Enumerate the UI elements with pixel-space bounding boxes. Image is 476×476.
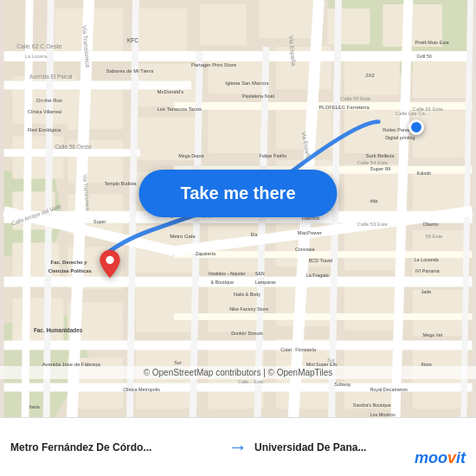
svg-rect-46 xyxy=(413,111,468,158)
svg-text:Sur: Sur xyxy=(327,357,335,363)
svg-text:Ciencias Políticas: Ciencias Políticas xyxy=(48,268,93,273)
svg-rect-8 xyxy=(327,9,370,44)
svg-text:Zapatería: Zapatería xyxy=(196,251,215,256)
svg-text:Pirelli Moto Este: Pirelli Moto Este xyxy=(415,40,449,45)
svg-text:Fac. Humanidades: Fac. Humanidades xyxy=(34,327,83,333)
svg-text:Calle 54 Este: Calle 54 Este xyxy=(357,160,389,165)
svg-text:Royal Decameron: Royal Decameron xyxy=(370,387,407,392)
svg-text:La Locería: La Locería xyxy=(25,54,48,59)
svg-text:Conviasa: Conviasa xyxy=(295,247,315,252)
svg-text:Metro Gala: Metro Gala xyxy=(170,234,196,239)
moovit-logo: moovit xyxy=(415,449,466,467)
svg-text:itaria: itaria xyxy=(29,404,40,409)
origin-marker xyxy=(98,249,122,282)
svg-rect-5 xyxy=(136,9,187,55)
svg-text:Sur: Sur xyxy=(174,360,182,365)
svg-text:On the Run: On the Run xyxy=(36,98,62,103)
svg-rect-28 xyxy=(209,106,264,153)
svg-text:Calle... Este: Calle... Este xyxy=(238,379,263,384)
svg-rect-45 xyxy=(413,55,468,98)
svg-text:Clínica Villarreal: Clínica Villarreal xyxy=(28,109,61,114)
svg-rect-7 xyxy=(260,0,315,38)
svg-text:Kalosh: Kalosh xyxy=(417,170,432,176)
app-container: Calle 62 C Oeste Avenida El Paical Via A… xyxy=(0,0,476,476)
svg-text:Nike Factory Store: Nike Factory Store xyxy=(229,306,268,312)
svg-text:Calle 53 Este: Calle 53 Este xyxy=(357,222,389,227)
svg-text:Super: Super xyxy=(93,219,106,224)
svg-text:Subway: Subway xyxy=(334,382,351,387)
svg-text:Nails & Body: Nails & Body xyxy=(234,292,261,297)
svg-text:Mega Vet: Mega Vet xyxy=(422,332,442,338)
svg-text:Cotel · Floristerla: Cotel · Floristerla xyxy=(280,347,316,352)
svg-text:Calle 62 C Oeste: Calle 62 C Oeste xyxy=(16,43,62,49)
destination-marker xyxy=(408,119,424,135)
svg-rect-61 xyxy=(174,313,472,320)
svg-rect-11 xyxy=(12,136,63,178)
svg-text:Obarrio: Obarrio xyxy=(422,222,438,227)
svg-line-65 xyxy=(25,0,29,417)
route-from-name: Metro Fernández De Córdo... xyxy=(10,441,183,453)
svg-text:Clinica Metropolis: Clinica Metropolis xyxy=(123,387,160,392)
svg-text:BCD Travel: BCD Travel xyxy=(309,258,333,263)
svg-rect-25 xyxy=(136,286,196,332)
svg-text:Digital printing: Digital printing xyxy=(385,135,415,140)
svg-text:Partager Print Store: Partager Print Store xyxy=(191,62,237,68)
svg-text:Vestidos - Alquiler: Vestidos - Alquiler xyxy=(209,271,246,276)
svg-text:Los Tarascos Tacos: Los Tarascos Tacos xyxy=(158,106,203,112)
svg-text:Calle Las Ca...: Calle Las Ca... xyxy=(396,111,429,116)
svg-text:Iglesia San Marcos: Iglesia San Marcos xyxy=(225,80,268,86)
svg-text:Calle 55 Este: Calle 55 Este xyxy=(340,96,371,101)
svg-text:Grill 50: Grill 50 xyxy=(417,54,432,59)
svg-text:McDonald's: McDonald's xyxy=(158,89,184,94)
svg-text:La Fragata: La Fragata xyxy=(306,273,329,278)
svg-text:Felipe Patiño: Felipe Patiño xyxy=(260,153,287,158)
svg-point-151 xyxy=(106,256,113,264)
svg-text:Surti Belleza: Surti Belleza xyxy=(366,153,396,158)
svg-text:ZAZ: ZAZ xyxy=(366,73,376,78)
map-area: Calle 62 C Oeste Avenida El Paical Via A… xyxy=(0,0,476,417)
svg-text:ddp: ddp xyxy=(370,198,377,203)
svg-text:Dunkin' Donuts: Dunkin' Donuts xyxy=(231,331,263,336)
svg-text:& Boutique: & Boutique xyxy=(211,280,234,285)
svg-text:Mega Depot: Mega Depot xyxy=(178,153,204,158)
svg-rect-43 xyxy=(344,284,400,331)
svg-text:Calle 58 Oeste: Calle 58 Oeste xyxy=(55,144,93,150)
svg-text:La Locanda: La Locanda xyxy=(415,257,439,262)
route-to-name: Universidad De Pana... xyxy=(254,441,428,453)
route-from: Metro Fernández De Córdo... xyxy=(10,441,222,453)
svg-text:IVI Panamá: IVI Panamá xyxy=(415,268,440,273)
svg-text:S&N: S&N xyxy=(255,271,265,276)
svg-text:Super 99: Super 99 xyxy=(370,166,390,171)
svg-text:Red Ecológica: Red Ecológica xyxy=(28,127,61,132)
take-me-there-button[interactable]: Take me there xyxy=(138,170,337,217)
svg-rect-14 xyxy=(12,298,63,344)
svg-text:Templo Budista: Templo Budista xyxy=(105,181,137,186)
svg-rect-6 xyxy=(200,4,247,45)
svg-rect-15 xyxy=(68,85,123,129)
svg-text:59 Este: 59 Este xyxy=(425,234,443,239)
svg-text:Pastelería Noël: Pastelería Noël xyxy=(242,93,274,99)
svg-text:KFC: KFC xyxy=(127,37,138,43)
svg-text:Sandra's Boutique: Sandra's Boutique xyxy=(353,402,391,408)
bottom-bar: Metro Fernández De Córdo... → Universida… xyxy=(0,417,476,476)
map-attribution: © OpenStreetMap contributors | © OpenMap… xyxy=(0,366,476,379)
svg-text:Fac. Derecho y: Fac. Derecho y xyxy=(51,260,88,265)
svg-text:Lamparas: Lamparas xyxy=(255,280,276,285)
svg-text:MacPower: MacPower xyxy=(298,230,322,235)
route-arrow-icon: → xyxy=(228,436,248,459)
svg-text:PLOFELEC Ferretería: PLOFELEC Ferretería xyxy=(318,105,370,110)
svg-text:Ela: Ela xyxy=(251,232,258,237)
svg-text:Sabores de Mi Tierra: Sabores de Mi Tierra xyxy=(106,68,154,74)
svg-text:Avenida El Paical: Avenida El Paical xyxy=(29,74,73,80)
svg-rect-49 xyxy=(413,289,468,336)
svg-text:Jade: Jade xyxy=(421,289,431,294)
